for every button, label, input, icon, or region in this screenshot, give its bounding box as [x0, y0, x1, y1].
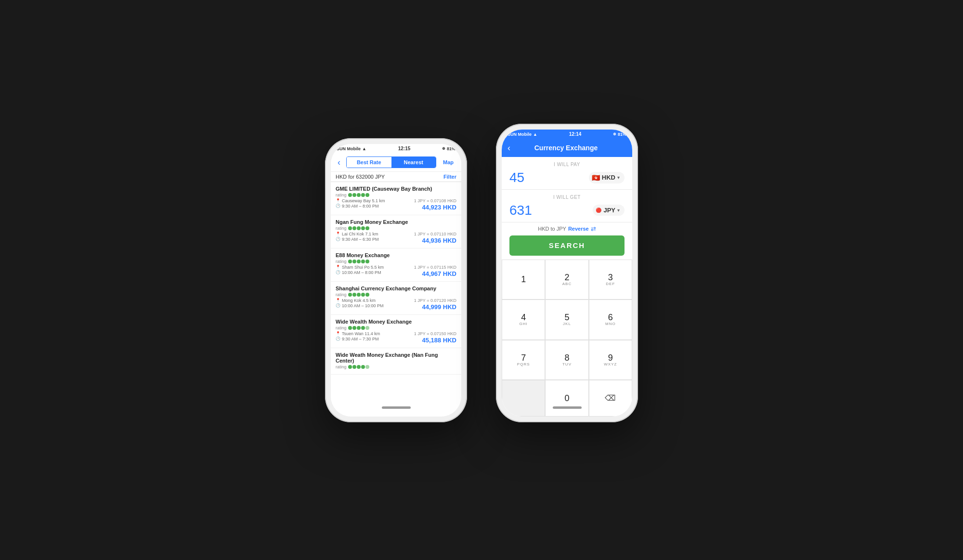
nav-row1: ‹ Best Rate Nearest Map	[331, 154, 461, 171]
back-button-left[interactable]: ‹	[336, 156, 342, 169]
rating-label: rating	[336, 292, 347, 297]
num-key-2[interactable]: 2 ABC	[545, 260, 588, 300]
rate-text: 1 JPY = 0.07108 HKD	[414, 198, 456, 203]
get-label: I WILL GET	[509, 195, 625, 200]
stars	[348, 260, 369, 263]
search-button-right[interactable]: SEARCH	[509, 235, 625, 256]
exchange-details: 📍 Tsuen Wan 11.4 km 🕐 9:30 AM – 7:30 PM …	[336, 331, 456, 344]
hours-text: 9:30 AM – 6:30 PM	[342, 237, 379, 242]
time-right: 12:14	[569, 131, 582, 137]
rate-text: 1 JPY = 0.07110 HKD	[414, 232, 456, 236]
detail-left: 📍 Tsuen Wan 11.4 km 🕐 9:30 AM – 7:30 PM	[336, 331, 380, 341]
reverse-row: HKD to JPY Reverse ⇄	[502, 222, 632, 235]
num-key-9[interactable]: 9 WXYZ	[589, 340, 632, 380]
exchange-details: 📍 Mong Kok 4.5 km 🕐 10:00 AM – 10:00 PM …	[336, 298, 456, 311]
location-row: 📍 Mong Kok 4.5 km	[336, 298, 384, 303]
home-indicator-left[interactable]	[382, 406, 411, 409]
num-key-1[interactable]: 1	[502, 260, 545, 300]
num-sub: ABC	[562, 282, 572, 286]
exchange-item[interactable]: E88 Money Exchange rating 📍 Sham Shui Po…	[331, 248, 461, 282]
exchange-name: E88 Money Exchange	[336, 252, 456, 258]
rate-text: 1 JPY = 0.07120 HKD	[414, 298, 456, 303]
exchange-name: Wide Wealth Money Exchange	[336, 319, 456, 325]
hours-text: 9:30 AM – 7:30 PM	[342, 337, 379, 341]
time-left: 12:15	[398, 146, 411, 151]
backspace-key[interactable]: ⌫	[589, 380, 632, 417]
exchange-item[interactable]: Wide Weath Money Exchange (Nan Fung Cent…	[331, 348, 461, 375]
num-sub: DEF	[606, 282, 615, 286]
num-main: 9	[608, 353, 613, 362]
get-row: 631 🔴 JPY ▾	[509, 203, 625, 218]
get-currency-selector[interactable]: 🔴 JPY ▾	[593, 205, 625, 216]
map-button[interactable]: Map	[440, 157, 456, 168]
stars	[348, 293, 369, 297]
exchange-name: Shanghai Currency Exchange Company	[336, 286, 456, 291]
detail-left: 📍 Sham Shui Po 5.5 km 🕐 10:00 AM – 8:00 …	[336, 265, 384, 275]
pay-flag: 🇭🇰	[592, 174, 600, 182]
tab-best-rate[interactable]: Best Rate	[347, 157, 391, 168]
phone-right: SUN Mobile ▲ 12:14 ⊕ 81% ‹ Currency Exch…	[496, 124, 638, 422]
num-key-8[interactable]: 8 TUV	[545, 340, 588, 380]
tab-nearest[interactable]: Nearest	[391, 157, 436, 168]
exchange-item[interactable]: Shanghai Currency Exchange Company ratin…	[331, 282, 461, 315]
reverse-icon: ⇄	[591, 225, 596, 233]
filter-button[interactable]: Filter	[443, 174, 456, 180]
back-button-right[interactable]: ‹	[508, 143, 510, 153]
exchange-item[interactable]: Ngan Fung Money Exchange rating 📍 Lai Ch…	[331, 215, 461, 248]
detail-right: 1 JPY = 0.07110 HKD 44,936 HKD	[414, 232, 456, 244]
exchange-details: 📍 Causeway Bay 5.1 km 🕐 9:30 AM – 8:00 P…	[336, 198, 456, 211]
nav-bar-exchange: ‹ Currency Exchange	[502, 139, 632, 157]
phones-container: SUN Mobile ▲ 12:15 ⊕ 81% ‹ Best Rate Nea…	[325, 138, 638, 422]
detail-right: 1 JPY = 0.07115 HKD 44,967 HKD	[414, 265, 456, 277]
num-sub: JKL	[563, 322, 571, 326]
clock-icon: 🕐	[336, 204, 340, 208]
stars	[348, 193, 369, 197]
num-sub: MNO	[605, 322, 616, 326]
exchange-details: 📍 Sham Shui Po 5.5 km 🕐 10:00 AM – 8:00 …	[336, 265, 456, 277]
stars	[348, 226, 369, 230]
rating-label: rating	[336, 365, 347, 369]
num-sub: TUV	[562, 362, 572, 366]
hours-text: 9:30 AM – 8:00 PM	[342, 204, 379, 208]
home-indicator-right[interactable]	[553, 406, 582, 409]
reverse-button[interactable]: Reverse	[568, 226, 589, 232]
rating-label: rating	[336, 193, 347, 197]
get-flag: 🔴	[596, 208, 601, 213]
nav-title-right: Currency Exchange	[514, 144, 618, 152]
clock-icon: 🕐	[336, 237, 340, 241]
exchange-item[interactable]: Wide Wealth Money Exchange rating 📍 Tsue…	[331, 315, 461, 348]
hours-row: 🕐 10:00 AM – 10:00 PM	[336, 303, 384, 308]
num-key-5[interactable]: 5 JKL	[545, 300, 588, 340]
pay-section: I WILL PAY 45 🇭🇰 HKD ▾	[502, 157, 632, 190]
location-text: Causeway Bay 5.1 km	[342, 198, 385, 203]
stars	[348, 326, 369, 330]
amount-text: 44,923 HKD	[422, 204, 456, 211]
num-key-0[interactable]: 0	[545, 380, 588, 417]
rating-row: rating	[336, 292, 456, 297]
exchange-list: GME LIMITED (Causeway Bay Branch) rating…	[331, 182, 461, 417]
backspace-icon: ⌫	[605, 393, 616, 403]
carrier-left: SUN Mobile	[337, 146, 361, 151]
amount-text: 44,999 HKD	[422, 303, 456, 311]
location-icon-right: ⊕	[613, 132, 616, 136]
num-key-6[interactable]: 6 MNO	[589, 300, 632, 340]
hours-row: 🕐 9:30 AM – 7:30 PM	[336, 337, 380, 341]
num-key-7[interactable]: 7 PQRS	[502, 340, 545, 380]
location-text: Lai Chi Kok 7.1 km	[342, 232, 378, 236]
status-bar-left: SUN Mobile ▲ 12:15 ⊕ 81%	[331, 144, 461, 154]
num-key-3[interactable]: 3 DEF	[589, 260, 632, 300]
pay-row: 45 🇭🇰 HKD ▾	[509, 170, 625, 185]
pay-chevron-icon: ▾	[617, 175, 620, 180]
pay-amount: 45	[509, 170, 524, 185]
pay-currency-selector[interactable]: 🇭🇰 HKD ▾	[589, 172, 625, 183]
num-main: 8	[564, 353, 569, 362]
location-row: 📍 Lai Chi Kok 7.1 km	[336, 232, 379, 236]
rating-label: rating	[336, 259, 347, 264]
rate-text: 1 JPY = 0.07115 HKD	[414, 265, 456, 270]
num-key-4[interactable]: 4 GHI	[502, 300, 545, 340]
hours-row: 🕐 9:30 AM – 6:30 PM	[336, 237, 379, 242]
location-icon: 📍	[336, 265, 340, 269]
location-icon: 📍	[336, 232, 340, 236]
exchange-item[interactable]: GME LIMITED (Causeway Bay Branch) rating…	[331, 182, 461, 215]
exchange-details: 📍 Lai Chi Kok 7.1 km 🕐 9:30 AM – 6:30 PM…	[336, 232, 456, 244]
